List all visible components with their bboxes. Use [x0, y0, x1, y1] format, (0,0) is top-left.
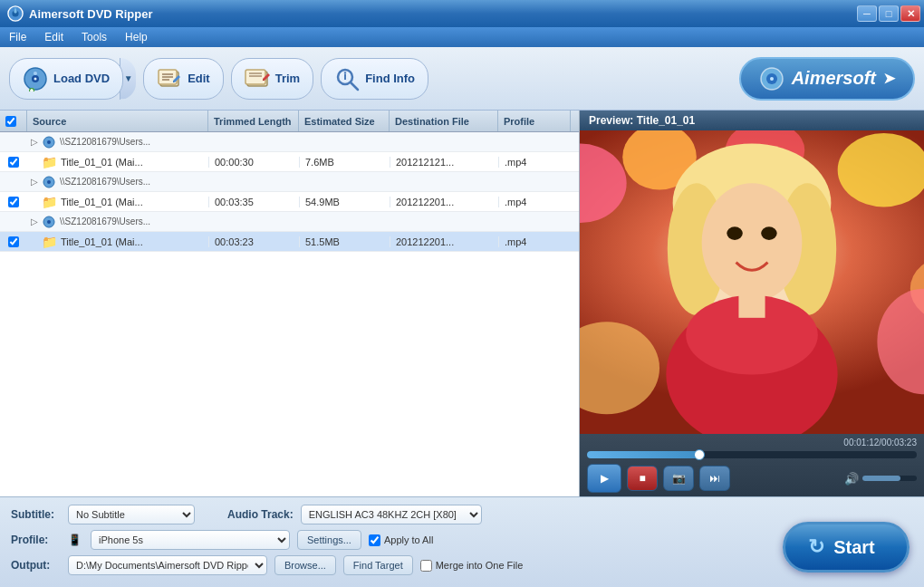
merge-label[interactable]: Merge into One File [420, 560, 524, 572]
expand-icon: ▷ [31, 137, 38, 147]
profile-phone-icon: 📱 [68, 534, 82, 546]
progress-thumb [694, 449, 705, 460]
next-button[interactable]: ⏭ [699, 466, 730, 491]
menu-edit[interactable]: Edit [41, 29, 67, 45]
source-cell: 📁 Title_01_01 (Mai... [27, 195, 208, 209]
snapshot-icon: 📷 [672, 472, 686, 485]
check-cell [0, 157, 27, 168]
volume-bar[interactable] [862, 476, 917, 481]
svg-point-30 [47, 220, 51, 224]
trim-label: Trim [275, 72, 300, 85]
toolbar: Load DVD ▼ Edit [0, 47, 924, 111]
trim-button[interactable]: Trim [231, 58, 313, 100]
dvd-icon [42, 136, 56, 149]
edit-label: Edit [188, 72, 210, 85]
minimize-button[interactable]: ─ [857, 5, 877, 22]
find-info-label: Find Info [365, 72, 415, 85]
play-button[interactable]: ▶ [587, 464, 621, 493]
snapshot-button[interactable]: 📷 [663, 466, 694, 491]
col-size: Estimated Size [299, 111, 390, 131]
check-cell [0, 236, 27, 247]
row-checkbox[interactable] [8, 197, 19, 207]
table-row[interactable]: ▷ \\SZ12081679\Users... [0, 132, 579, 152]
find-target-button[interactable]: Find Target [343, 555, 413, 575]
load-dvd-label: Load DVD [53, 72, 110, 85]
profile-select[interactable]: iPhone 5s [91, 530, 290, 550]
menu-help[interactable]: Help [121, 29, 151, 45]
aimersoft-logo: Aimersoft ➤ [739, 57, 915, 101]
folder-icon: 📁 [42, 195, 57, 209]
check-cell [0, 197, 27, 207]
tree-group-2: ▷ \\SZ12081679\Users... 📁 Title [0, 172, 579, 212]
tree-group-1: ▷ \\SZ12081679\Users... 📁 Title [0, 132, 579, 172]
data-cell: 51.5MB [299, 236, 390, 247]
svg-point-46 [727, 226, 742, 240]
col-profile: Profile [498, 111, 571, 131]
source-cell: ▷ \\SZ12081679\Users... [27, 176, 208, 188]
apply-all-label[interactable]: Apply to All [369, 534, 433, 546]
svg-point-24 [770, 77, 774, 81]
col-source: Source [27, 111, 208, 131]
audio-track-select[interactable]: ENGLISH AC3 48KHZ 2CH [X80] [301, 505, 482, 524]
app-title: Aimersoft DVD Ripper [29, 7, 153, 21]
menu-file[interactable]: File [5, 29, 30, 45]
preview-panel: Preview: Title_01_01 [580, 111, 924, 496]
table-row[interactable]: 📁 Title_01_01 (Mai... 00:03:23 51.5MB 20… [0, 232, 579, 252]
dvd-icon [42, 216, 56, 228]
edit-button[interactable]: Edit [143, 58, 224, 100]
load-dvd-button[interactable]: Load DVD [9, 58, 123, 100]
subtitle-select[interactable]: No Subtitle [68, 505, 195, 524]
data-cell: 54.9MB [299, 197, 390, 207]
svg-rect-15 [245, 70, 265, 84]
table-row[interactable]: ▷ \\SZ12081679\Users... [0, 172, 579, 192]
data-cell: .mp4 [498, 197, 571, 207]
merge-checkbox[interactable] [420, 560, 432, 572]
browse-button[interactable]: Browse... [274, 555, 336, 575]
source-cell: ▷ \\SZ12081679\Users... [27, 216, 208, 228]
table-row[interactable]: ▷ \\SZ12081679\Users... [0, 212, 579, 232]
start-label: Start [833, 537, 875, 558]
settings-button[interactable]: Settings... [297, 530, 361, 550]
expand-icon: ▷ [31, 177, 38, 187]
output-label: Output: [11, 559, 61, 572]
stop-icon: ■ [639, 472, 645, 485]
data-cell: .mp4 [498, 157, 571, 168]
output-select[interactable]: D:\My Documents\Aimersoft DVD Ripper\Out… [68, 555, 267, 575]
svg-line-19 [351, 82, 358, 90]
profile-label: Profile: [11, 534, 61, 546]
source-cell: 📁 Title_01_01 (Mai... [27, 235, 208, 249]
subtitle-label: Subtitle: [11, 508, 61, 521]
preview-controls: 00:01:12/00:03:23 ▶ ■ 📷 ⏭ 🔊 [580, 434, 924, 496]
start-icon: ↻ [808, 535, 824, 559]
dropdown-arrow-icon: ▼ [124, 73, 133, 83]
close-button[interactable]: ✕ [900, 5, 920, 22]
select-all-checkbox[interactable] [5, 116, 16, 127]
col-trimmed: Trimmed Length [208, 111, 299, 131]
row-checkbox[interactable] [8, 236, 19, 247]
maximize-button[interactable]: □ [879, 5, 899, 22]
progress-bar[interactable] [587, 451, 917, 458]
find-info-button[interactable]: Find Info [321, 58, 428, 100]
menu-tools[interactable]: Tools [78, 29, 111, 45]
data-cell: 201212201... [390, 197, 498, 207]
preview-video [580, 130, 924, 434]
trim-icon [245, 66, 270, 91]
audio-track-label: Audio Track: [227, 508, 294, 521]
apply-all-checkbox[interactable] [369, 534, 380, 546]
data-cell: 7.6MB [299, 157, 390, 168]
stop-button[interactable]: ■ [627, 466, 658, 491]
start-button[interactable]: ↻ Start [783, 522, 910, 573]
subtitle-row: Subtitle: No Subtitle Audio Track: ENGLI… [11, 505, 913, 524]
table-row[interactable]: 📁 Title_01_01 (Mai... 00:00:30 7.6MB 201… [0, 152, 579, 172]
row-checkbox[interactable] [8, 157, 19, 168]
table-row[interactable]: 📁 Title_01_01 (Mai... 00:03:35 54.9MB 20… [0, 192, 579, 212]
main-content: Source Trimmed Length Estimated Size Des… [0, 111, 924, 496]
svg-point-21 [344, 72, 346, 73]
data-cell: 201212201... [390, 236, 498, 247]
dvd-icon [42, 176, 56, 188]
data-cell: .mp4 [498, 236, 571, 247]
volume-control: 🔊 [844, 472, 917, 486]
folder-icon: 📁 [42, 155, 57, 169]
svg-point-4 [34, 77, 37, 80]
file-list-body: ▷ \\SZ12081679\Users... 📁 Title [0, 132, 579, 496]
